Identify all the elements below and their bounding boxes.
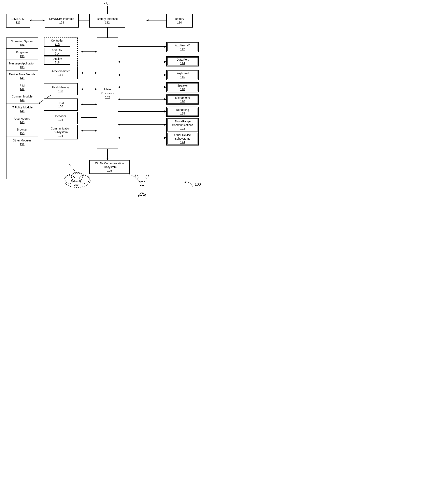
decoder-num: 103 (58, 118, 63, 122)
accelerometer-box: Accelerometer 111 (44, 67, 78, 79)
auxiliary-io-box: Auxiliary I/O 112 (166, 42, 199, 52)
svg-marker-54 (164, 110, 166, 112)
svg-marker-48 (164, 86, 166, 88)
svg-marker-18 (81, 88, 83, 90)
sim-ruim-interface-label: SIM/RUIM Interface (49, 17, 74, 21)
diagram-container: V+ (0, 0, 215, 251)
svg-marker-45 (164, 74, 166, 76)
comm-subsystem-label: Communication Subsystem (46, 127, 76, 134)
short-range-comm-box: Short-Range Communications 122 (166, 118, 199, 132)
short-range-comm-label: Short-Range Communications (168, 120, 197, 127)
other-device-subsystems-label: Other Device Subsystems (168, 133, 197, 140)
comm-subsystem-num: 104 (58, 134, 63, 138)
pim-label: PIM (20, 84, 25, 87)
other-modules-num: 152 (20, 143, 24, 146)
svg-marker-58 (118, 124, 120, 126)
svg-marker-24 (95, 103, 97, 105)
user-agents-num: 148 (20, 121, 24, 124)
browser-num: 150 (20, 132, 24, 135)
svg-marker-16 (95, 72, 97, 74)
it-policy-num: 146 (20, 109, 24, 113)
device-state-label: Device State Module (9, 73, 35, 76)
connect-module-item: Connect Module 144 (7, 93, 38, 104)
battery-num: 130 (177, 21, 182, 24)
other-device-subsystems-num: 124 (180, 140, 185, 144)
data-port-label: Data Port (177, 58, 188, 61)
auxiliary-io-label: Auxiliary I/O (175, 44, 190, 47)
rendering-num: 125 (180, 112, 185, 115)
battery-label: Battery (175, 17, 184, 21)
microphone-label: Microphone (175, 96, 190, 99)
flash-memory-num: 108 (58, 89, 63, 93)
overlay-num: 214 (55, 52, 59, 55)
svg-marker-49 (118, 86, 120, 88)
decoder-label: Decoder (55, 114, 66, 118)
network-cloud-svg: Network 200 (61, 168, 93, 190)
wlan-subsystem-box: WLAN Communication Subsystem 105 (89, 160, 130, 174)
accelerometer-num: 111 (58, 73, 63, 77)
it-policy-item: IT Policy Module 146 (7, 104, 38, 115)
other-modules-item: Other Modules 152 (7, 137, 38, 148)
battery-interface-label: Battery Interface (97, 17, 118, 21)
decoder-box: Decoder 103 (44, 112, 78, 124)
flash-memory-box: Flash Memory 108 (44, 83, 78, 95)
data-port-num: 114 (180, 61, 185, 65)
sim-ruim-interface-num: 128 (59, 21, 64, 24)
rendering-label: Rendering (176, 108, 189, 112)
user-agents-item: User Agents 148 (7, 115, 38, 126)
left-column-container: Operating System 134 Programs 136 Messag… (6, 37, 38, 179)
svg-marker-55 (118, 110, 120, 112)
svg-marker-51 (164, 98, 166, 100)
svg-marker-29 (81, 130, 83, 132)
svg-marker-23 (81, 103, 83, 105)
ram-num: 106 (58, 105, 63, 108)
device-state-item: Device State Module 140 (7, 71, 38, 82)
sim-ruim-num: 126 (16, 21, 20, 24)
message-app-num: 138 (20, 65, 24, 69)
main-processor-label: Main Processor (99, 87, 116, 95)
main-processor-num: 102 (105, 95, 110, 99)
svg-text:200: 200 (74, 183, 78, 186)
battery-interface-num: 132 (105, 21, 110, 24)
device-state-num: 140 (20, 76, 24, 80)
speaker-label: Speaker (177, 84, 188, 87)
svg-marker-42 (164, 61, 166, 63)
data-port-box: Data Port 114 (166, 56, 199, 66)
sim-ruim-label: SIM/RUIM (11, 17, 25, 21)
wlan-subsystem-num: 105 (107, 169, 112, 172)
programs-num: 136 (20, 54, 24, 58)
controller-label: Controller (51, 39, 64, 42)
svg-marker-1 (106, 12, 109, 14)
message-app-item: Message Application 138 (7, 60, 38, 71)
svg-marker-21 (38, 102, 41, 104)
speaker-box: Speaker 118 (166, 82, 199, 92)
user-agents-label: User Agents (14, 117, 30, 120)
svg-marker-13 (95, 51, 97, 53)
auxiliary-io-num: 112 (180, 47, 185, 51)
svg-line-69 (142, 192, 146, 196)
svg-marker-26 (81, 117, 83, 118)
svg-text:Network: Network (71, 180, 82, 183)
browser-item: Browser 150 (7, 126, 38, 137)
message-app-label: Message Application (9, 62, 35, 65)
svg-marker-40 (118, 45, 120, 48)
controller-num: 216 (55, 42, 59, 46)
svg-marker-60 (164, 137, 166, 139)
svg-point-74 (138, 194, 146, 197)
battery-box: Battery 130 (166, 14, 193, 27)
svg-marker-61 (118, 137, 120, 139)
it-policy-label: IT Policy Module (11, 106, 32, 109)
svg-marker-27 (95, 117, 97, 118)
os-label: Operating System (11, 40, 33, 43)
svg-line-68 (138, 192, 142, 196)
battery-interface-box: Battery Interface 132 (89, 14, 125, 27)
keyboard-label: Keyboard (177, 72, 189, 75)
connect-module-num: 144 (20, 99, 24, 102)
display-label: Display (53, 57, 62, 61)
pim-item: PIM 142 (7, 82, 38, 93)
overlay-box: Overlay 214 (44, 48, 70, 56)
programs-label: Programs (16, 51, 28, 54)
ref-arrow-svg (178, 174, 199, 190)
overlay-label: Overlay (52, 48, 62, 52)
microphone-num: 120 (180, 99, 185, 103)
